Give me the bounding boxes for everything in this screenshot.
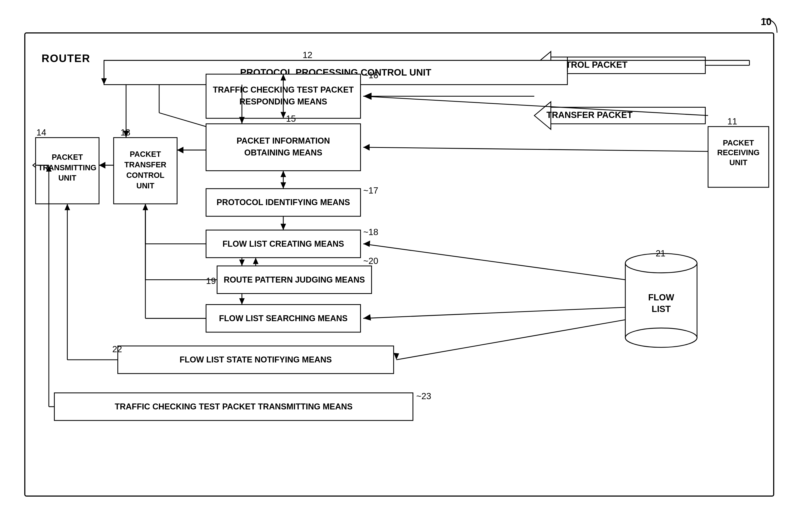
router-label: ROUTER (41, 52, 90, 64)
ref-10: 10 (761, 16, 772, 28)
router-box: ROUTER (24, 32, 774, 497)
